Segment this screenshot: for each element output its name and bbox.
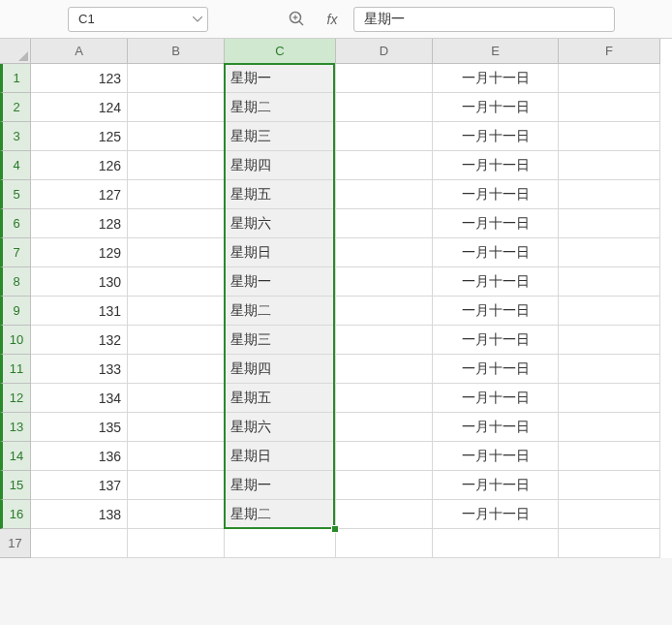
cell-F7[interactable] bbox=[559, 238, 660, 267]
cell-C13[interactable]: 星期六 bbox=[225, 413, 336, 442]
cell-F16[interactable] bbox=[559, 500, 660, 529]
cell-D17[interactable] bbox=[336, 529, 433, 558]
cell-B1[interactable] bbox=[128, 64, 225, 93]
cell-B4[interactable] bbox=[128, 151, 225, 180]
row-header[interactable]: 10 bbox=[0, 326, 31, 355]
row-header[interactable]: 17 bbox=[0, 529, 31, 558]
cell-D16[interactable] bbox=[336, 500, 433, 529]
cell-B12[interactable] bbox=[128, 384, 225, 413]
col-header-E[interactable]: E bbox=[433, 39, 559, 64]
cell-B11[interactable] bbox=[128, 355, 225, 384]
cell-E13[interactable]: 一月十一日 bbox=[433, 413, 559, 442]
cell-E8[interactable]: 一月十一日 bbox=[433, 267, 559, 297]
cell-A4[interactable]: 126 bbox=[31, 151, 128, 180]
cell-A2[interactable]: 124 bbox=[31, 93, 128, 122]
cell-C6[interactable]: 星期六 bbox=[225, 209, 336, 238]
cell-A10[interactable]: 132 bbox=[31, 326, 128, 355]
cell-E17[interactable] bbox=[433, 529, 559, 558]
cell-F8[interactable] bbox=[559, 267, 660, 297]
cell-D6[interactable] bbox=[336, 209, 433, 238]
cell-D12[interactable] bbox=[336, 384, 433, 413]
cell-B8[interactable] bbox=[128, 267, 225, 297]
col-header-B[interactable]: B bbox=[128, 39, 225, 64]
cell-D2[interactable] bbox=[336, 93, 433, 122]
row-header[interactable]: 7 bbox=[0, 238, 31, 267]
cell-A7[interactable]: 129 bbox=[31, 238, 128, 267]
cell-F11[interactable] bbox=[559, 355, 660, 384]
cell-F5[interactable] bbox=[559, 180, 660, 209]
cell-E4[interactable]: 一月十一日 bbox=[433, 151, 559, 180]
cell-D3[interactable] bbox=[336, 122, 433, 151]
row-header[interactable]: 5 bbox=[0, 180, 31, 209]
cell-D4[interactable] bbox=[336, 151, 433, 180]
cell-C10[interactable]: 星期三 bbox=[225, 326, 336, 355]
cell-D15[interactable] bbox=[336, 471, 433, 500]
cell-C7[interactable]: 星期日 bbox=[225, 238, 336, 267]
col-header-C[interactable]: C bbox=[225, 39, 336, 64]
cell-C12[interactable]: 星期五 bbox=[225, 384, 336, 413]
cell-E2[interactable]: 一月十一日 bbox=[433, 93, 559, 122]
cell-A17[interactable] bbox=[31, 529, 128, 558]
cell-B9[interactable] bbox=[128, 297, 225, 326]
cell-A13[interactable]: 135 bbox=[31, 413, 128, 442]
cell-A11[interactable]: 133 bbox=[31, 355, 128, 384]
cell-E1[interactable]: 一月十一日 bbox=[433, 64, 559, 93]
row-header[interactable]: 12 bbox=[0, 384, 31, 413]
cell-D9[interactable] bbox=[336, 297, 433, 326]
cell-D1[interactable] bbox=[336, 64, 433, 93]
cell-B13[interactable] bbox=[128, 413, 225, 442]
cell-C4[interactable]: 星期四 bbox=[225, 151, 336, 180]
cell-C5[interactable]: 星期五 bbox=[225, 180, 336, 209]
cell-C3[interactable]: 星期三 bbox=[225, 122, 336, 151]
row-header[interactable]: 11 bbox=[0, 355, 31, 384]
cell-F13[interactable] bbox=[559, 413, 660, 442]
row-header[interactable]: 2 bbox=[0, 93, 31, 122]
row-header[interactable]: 15 bbox=[0, 471, 31, 500]
cell-F1[interactable] bbox=[559, 64, 660, 93]
row-header[interactable]: 8 bbox=[0, 267, 31, 297]
row-header[interactable]: 1 bbox=[0, 64, 31, 93]
cell-E16[interactable]: 一月十一日 bbox=[433, 500, 559, 529]
cell-B15[interactable] bbox=[128, 471, 225, 500]
cell-C9[interactable]: 星期二 bbox=[225, 297, 336, 326]
cell-C16[interactable]: 星期二 bbox=[225, 500, 336, 529]
cell-F10[interactable] bbox=[559, 326, 660, 355]
cell-D8[interactable] bbox=[336, 267, 433, 297]
cell-E9[interactable]: 一月十一日 bbox=[433, 297, 559, 326]
cell-E6[interactable]: 一月十一日 bbox=[433, 209, 559, 238]
cell-E12[interactable]: 一月十一日 bbox=[433, 384, 559, 413]
cell-A5[interactable]: 127 bbox=[31, 180, 128, 209]
cell-F6[interactable] bbox=[559, 209, 660, 238]
cell-D7[interactable] bbox=[336, 238, 433, 267]
cell-C8[interactable]: 星期一 bbox=[225, 267, 336, 297]
cell-C2[interactable]: 星期二 bbox=[225, 93, 336, 122]
cell-F14[interactable] bbox=[559, 442, 660, 471]
row-header[interactable]: 14 bbox=[0, 442, 31, 471]
row-header[interactable]: 6 bbox=[0, 209, 31, 238]
cell-E14[interactable]: 一月十一日 bbox=[433, 442, 559, 471]
cell-B10[interactable] bbox=[128, 326, 225, 355]
cell-C14[interactable]: 星期日 bbox=[225, 442, 336, 471]
cell-A12[interactable]: 134 bbox=[31, 384, 128, 413]
cell-A14[interactable]: 136 bbox=[31, 442, 128, 471]
cell-B5[interactable] bbox=[128, 180, 225, 209]
select-all-corner[interactable] bbox=[0, 39, 31, 64]
cell-E3[interactable]: 一月十一日 bbox=[433, 122, 559, 151]
cell-C11[interactable]: 星期四 bbox=[225, 355, 336, 384]
cell-A9[interactable]: 131 bbox=[31, 297, 128, 326]
cell-F17[interactable] bbox=[559, 529, 660, 558]
col-header-A[interactable]: A bbox=[31, 39, 128, 64]
row-header[interactable]: 4 bbox=[0, 151, 31, 180]
cell-B3[interactable] bbox=[128, 122, 225, 151]
cell-E11[interactable]: 一月十一日 bbox=[433, 355, 559, 384]
cell-F3[interactable] bbox=[559, 122, 660, 151]
cell-B6[interactable] bbox=[128, 209, 225, 238]
cell-A8[interactable]: 130 bbox=[31, 267, 128, 297]
cell-D14[interactable] bbox=[336, 442, 433, 471]
fx-icon[interactable]: fx bbox=[321, 8, 344, 31]
cell-A6[interactable]: 128 bbox=[31, 209, 128, 238]
cell-C15[interactable]: 星期一 bbox=[225, 471, 336, 500]
cell-B2[interactable] bbox=[128, 93, 225, 122]
cell-B16[interactable] bbox=[128, 500, 225, 529]
cell-B17[interactable] bbox=[128, 529, 225, 558]
